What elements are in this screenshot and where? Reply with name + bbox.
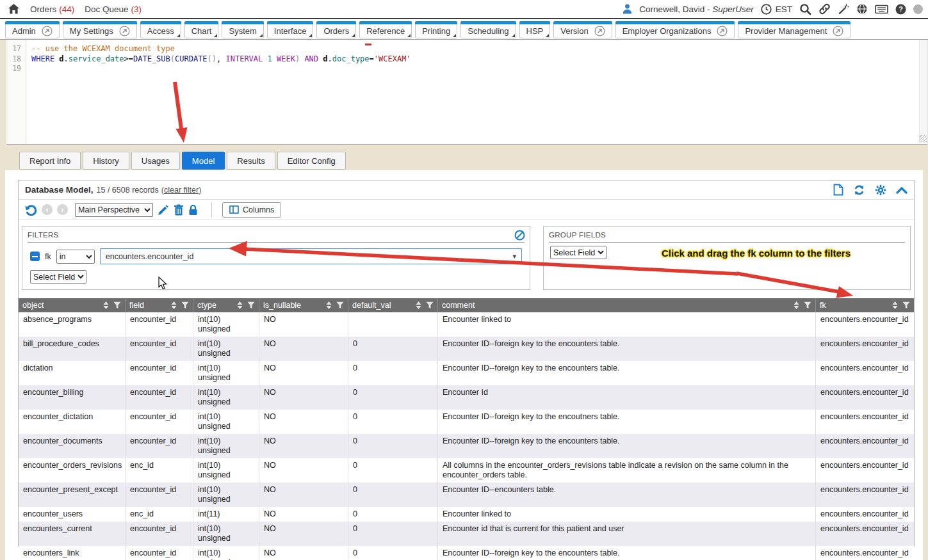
column-header-default_val[interactable]: default_val <box>348 298 438 312</box>
nav-tab-system[interactable]: System <box>222 21 263 38</box>
edit-pencil-icon[interactable] <box>158 204 169 216</box>
table-row[interactable]: encounter_documentsencounter_idint(10) u… <box>19 434 914 458</box>
tab-results[interactable]: Results <box>227 152 275 170</box>
perspective-select[interactable]: Main Perspective <box>75 203 153 217</box>
search-icon[interactable] <box>799 3 811 15</box>
help-icon[interactable]: ? <box>895 4 906 15</box>
tab-usages[interactable]: Usages <box>131 152 180 170</box>
filter-funnel-icon[interactable] <box>902 301 910 309</box>
wand-icon[interactable] <box>838 3 849 15</box>
tab-report-info[interactable]: Report Info <box>19 152 81 170</box>
link-icon[interactable] <box>818 3 831 15</box>
filter-value-combo[interactable]: ▾ <box>100 248 522 264</box>
undo-icon[interactable] <box>24 204 37 216</box>
clear-filters-icon[interactable] <box>514 230 525 241</box>
table-row[interactable]: encounter_usersenc_idint(11)NO0Encounter… <box>19 507 914 522</box>
nav-tab-version[interactable]: Version <box>553 21 612 38</box>
filter-funnel-icon[interactable] <box>336 301 344 309</box>
nav-tab-scheduling[interactable]: Scheduling <box>460 21 516 38</box>
keyboard-icon[interactable] <box>875 4 888 14</box>
sort-icon[interactable] <box>103 301 109 309</box>
home-icon[interactable] <box>8 3 20 15</box>
tab-history[interactable]: History <box>83 152 129 170</box>
remove-filter-button[interactable] <box>30 252 40 261</box>
delete-trash-icon[interactable] <box>174 204 184 216</box>
table-row[interactable]: absence_programsencounter_idint(10) unsi… <box>19 312 914 337</box>
nav-tab-admin[interactable]: Admin <box>5 21 60 38</box>
tab-model[interactable]: Model <box>182 152 225 170</box>
filter-funnel-icon[interactable] <box>247 301 255 309</box>
add-filter-field-select[interactable]: Select Field <box>30 270 86 284</box>
popout-icon[interactable] <box>594 26 605 36</box>
filter-funnel-icon[interactable] <box>113 301 121 309</box>
table-row[interactable]: encounters_linkencounter_idint(10) unsig… <box>19 546 914 560</box>
new-document-icon[interactable] <box>833 184 843 196</box>
nav-tab-employer-organizations[interactable]: Employer Organizations <box>615 21 735 38</box>
cell-object: encounter_users <box>19 507 126 522</box>
column-header-field[interactable]: field <box>126 298 193 312</box>
table-row[interactable]: encounter_present_exceptencounter_idint(… <box>19 483 914 507</box>
cell-fk: encounters.encounter_id <box>816 337 914 361</box>
nav-tab-orders[interactable]: Orders <box>316 21 356 38</box>
clock-icon[interactable] <box>761 4 772 15</box>
filter-funnel-icon[interactable] <box>181 301 189 309</box>
nav-tab-my-settings[interactable]: My Settings <box>63 21 137 38</box>
sort-icon[interactable] <box>171 301 177 309</box>
add-group-field-select[interactable]: Select Field <box>550 246 606 259</box>
filters-title: FILTERS <box>28 231 59 239</box>
filter-funnel-icon[interactable] <box>426 301 434 309</box>
table-row[interactable]: encounters_currentencounter_idint(10) un… <box>19 522 914 546</box>
resize-grip-icon[interactable] <box>920 135 927 142</box>
doc-queue-link[interactable]: Doc Queue (3) <box>85 4 142 14</box>
sort-icon[interactable] <box>892 301 898 309</box>
nav-tab-reference[interactable]: Reference <box>359 21 412 38</box>
sort-icon[interactable] <box>237 301 243 309</box>
cell-is_nullable: NO <box>259 507 348 522</box>
collapse-chevron-icon[interactable] <box>896 186 908 194</box>
sort-icon[interactable] <box>326 301 332 309</box>
column-header-is_nullable[interactable]: is_nullable <box>259 298 348 312</box>
column-header-fk[interactable]: fk <box>816 298 914 312</box>
popout-icon[interactable] <box>833 26 843 36</box>
column-header-object[interactable]: object <box>19 298 126 312</box>
popout-icon[interactable] <box>119 26 130 36</box>
nav-tab-interface[interactable]: Interface <box>267 21 314 38</box>
orders-link[interactable]: Orders (44) <box>30 4 74 14</box>
globe-icon[interactable] <box>856 3 868 15</box>
sort-icon[interactable] <box>794 301 799 309</box>
column-header-comment[interactable]: comment <box>438 298 816 312</box>
history-forward-button[interactable]: › <box>57 204 68 215</box>
menu-corner-icon <box>309 34 312 37</box>
popout-icon[interactable] <box>717 26 728 36</box>
table-row[interactable]: encounter_orders_revisionsenc_idint(10) … <box>19 458 914 483</box>
combo-dropdown-icon[interactable]: ▾ <box>507 252 521 260</box>
nav-tab-chart[interactable]: Chart <box>184 21 219 38</box>
filter-field-label: fk <box>45 252 51 261</box>
columns-button[interactable]: Columns <box>222 202 281 218</box>
nav-tab-provider-management[interactable]: Provider Management <box>738 21 851 38</box>
cell-fk: encounters.encounter_id <box>816 312 914 337</box>
table-row[interactable]: encounter_dictationencounter_idint(10) u… <box>19 410 914 434</box>
sql-editor[interactable]: 17-- use the WCEXAM document type18WHERE… <box>6 40 927 145</box>
filter-value-input[interactable] <box>101 252 508 261</box>
gear-icon[interactable] <box>875 184 886 196</box>
popout-icon[interactable] <box>42 26 53 36</box>
lock-icon[interactable] <box>188 204 198 216</box>
nav-tab-printing[interactable]: Printing <box>415 21 457 38</box>
user-name[interactable]: Cornewell, David - SuperUser <box>639 4 754 14</box>
sort-icon[interactable] <box>416 301 421 309</box>
table-row[interactable]: encounter_billingencounter_idint(10) uns… <box>19 385 914 410</box>
refresh-icon[interactable] <box>853 184 865 196</box>
editor-scrollbar[interactable] <box>919 40 927 143</box>
history-back-button[interactable]: ‹ <box>42 204 53 215</box>
column-header-ctype[interactable]: ctype <box>193 298 259 312</box>
table-row[interactable]: bill_procedure_codesencounter_idint(10) … <box>19 337 914 361</box>
table-row[interactable]: dictationencounter_idint(10) unsignedNO0… <box>19 361 914 385</box>
tab-editor-config[interactable]: Editor Config <box>277 152 346 170</box>
clear-filter-link[interactable]: (clear filter) <box>161 186 202 195</box>
filter-funnel-icon[interactable] <box>804 301 811 309</box>
nav-tab-access[interactable]: Access <box>140 21 181 38</box>
timezone-label[interactable]: EST <box>776 4 792 14</box>
nav-tab-hsp[interactable]: HSP <box>519 21 551 38</box>
filter-operator-select[interactable]: in <box>56 250 95 264</box>
